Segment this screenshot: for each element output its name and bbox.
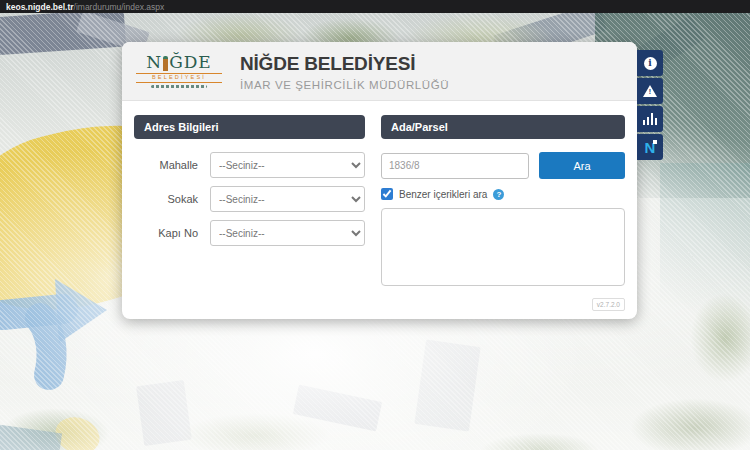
kapino-row: Kapı No --Seciniz-- — [134, 220, 365, 246]
statistics-button[interactable] — [637, 106, 663, 132]
url-host: keos.nigde.bel.tr — [6, 2, 74, 12]
bar-chart-icon — [643, 113, 658, 125]
parcel-column: Ada/Parsel Ara Benzer içerikleri ara ? — [381, 115, 625, 290]
dialog-body: Adres Bilgileri Mahalle --Seciniz-- Soka… — [122, 101, 637, 290]
similar-content-row: Benzer içerikleri ara ? — [381, 188, 625, 200]
similar-content-label: Benzer içerikleri ara — [399, 189, 487, 200]
page-subtitle: İMAR VE ŞEHİRCİLİK MÜDÜRLÜĞÜ — [240, 79, 449, 91]
municipality-logo: NĞDE BELEDİYESİ — [136, 54, 222, 88]
logo-wordmark: NĞDE — [136, 54, 222, 71]
mahalle-label: Mahalle — [134, 159, 198, 171]
info-button[interactable]: i — [637, 50, 663, 76]
logo-tagline-script — [151, 85, 207, 88]
dialog-header: NĞDE BELEDİYESİ NİĞDE BELEDİYESİ İMAR VE… — [122, 42, 637, 101]
kapino-label: Kapı No — [134, 227, 198, 239]
keos-n-icon: N — [645, 140, 656, 155]
minaret-tower-icon — [163, 56, 168, 71]
parcel-search-row: Ara — [381, 152, 625, 179]
keos-logo-button[interactable]: N — [637, 134, 663, 160]
warning-icon: ! — [642, 85, 658, 97]
sokak-label: Sokak — [134, 193, 198, 205]
map-toolbar: i ! N — [637, 50, 663, 160]
warning-button[interactable]: ! — [637, 78, 663, 104]
imar-durumu-dialog: NĞDE BELEDİYESİ NİĞDE BELEDİYESİ İMAR VE… — [122, 42, 637, 319]
url-path: /imardurumu/index.aspx — [74, 2, 165, 12]
logo-text-right: ĞDE — [169, 54, 212, 71]
screen: keos.nigde.bel.tr/imardurumu/index.aspx — [0, 0, 750, 450]
version-badge: v2.7.2.0 — [592, 298, 625, 311]
ada-parsel-input[interactable] — [381, 153, 529, 179]
help-question-icon[interactable]: ? — [493, 189, 504, 200]
page-title: NİĞDE BELEDİYESİ — [240, 53, 449, 75]
address-column: Adres Bilgileri Mahalle --Seciniz-- Soka… — [134, 115, 365, 290]
search-button[interactable]: Ara — [539, 152, 625, 179]
similar-content-checkbox[interactable] — [381, 188, 393, 200]
info-icon: i — [644, 57, 657, 70]
title-block: NİĞDE BELEDİYESİ İMAR VE ŞEHİRCİLİK MÜDÜ… — [240, 51, 449, 91]
sokak-select[interactable]: --Seciniz-- — [210, 186, 365, 212]
mahalle-select[interactable]: --Seciniz-- — [210, 152, 365, 178]
sokak-row: Sokak --Seciniz-- — [134, 186, 365, 212]
logo-subtext: BELEDİYESİ — [136, 73, 222, 83]
address-section-header: Adres Bilgileri — [134, 115, 365, 139]
logo-text-left: N — [146, 54, 162, 71]
parcel-section-header: Ada/Parsel — [381, 115, 625, 139]
kapino-select[interactable]: --Seciniz-- — [210, 220, 365, 246]
mahalle-row: Mahalle --Seciniz-- — [134, 152, 365, 178]
browser-url-bar[interactable]: keos.nigde.bel.tr/imardurumu/index.aspx — [0, 0, 750, 13]
results-textarea[interactable] — [381, 208, 625, 286]
